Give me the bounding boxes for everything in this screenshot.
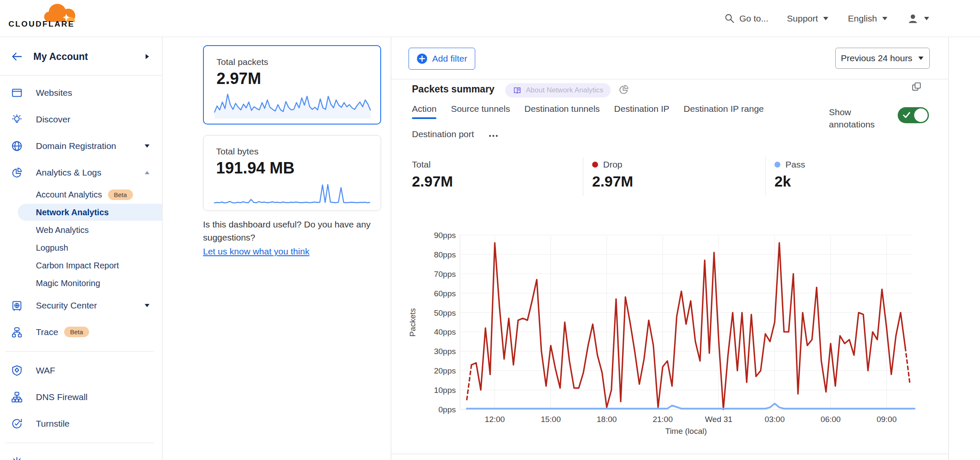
time-range-dropdown[interactable]: Previous 24 hours: [835, 48, 930, 69]
y-tick-label: 90pps: [434, 231, 456, 240]
chevron-down-icon: [923, 16, 930, 21]
legend-dot-drop: [592, 162, 598, 168]
tab-destination-ip-range[interactable]: Destination IP range: [684, 104, 764, 119]
sidebar-subitem-magic-monitoring[interactable]: Magic Monitoring: [0, 274, 162, 292]
y-axis-label: Packets: [408, 308, 417, 337]
tab-destination-ip[interactable]: Destination IP: [614, 104, 669, 119]
sidebar-subitem-label: Network Analytics: [36, 208, 109, 217]
x-tick-label: 09:00: [877, 415, 897, 424]
panel-bottom-divider: [391, 454, 948, 454]
y-tick-label: 30pps: [434, 347, 456, 356]
y-tick-label: 80pps: [434, 250, 456, 259]
top-header: CLOUDFLARE Go to... Support English: [0, 0, 980, 37]
cloudflare-logo[interactable]: CLOUDFLARE: [8, 2, 77, 35]
language-menu[interactable]: English: [848, 14, 888, 24]
shield-icon: [11, 365, 23, 376]
sidebar-item-domain-registration[interactable]: Domain Registration: [0, 133, 162, 159]
sidebar-item-dns-firewall[interactable]: DNS Firewall: [0, 384, 162, 410]
chevron-right-icon[interactable]: [145, 53, 150, 60]
sidebar-nav: WebsitesDiscoverDomain RegistrationAnaly…: [0, 79, 162, 460]
add-filter-button[interactable]: Add filter: [409, 48, 475, 70]
tab-source-tunnels[interactable]: Source tunnels: [451, 104, 510, 119]
sidebar-subitem-carbon-impact-report[interactable]: Carbon Impact Report: [0, 257, 162, 274]
breakdown-tabs: ActionSource tunnelsDestination tunnelsD…: [412, 104, 783, 144]
stat-label: Total: [412, 160, 430, 170]
sidebar-item-label: Discover: [36, 114, 70, 124]
stat-value: 2k: [774, 173, 805, 190]
sidebar-subitem-network-analytics[interactable]: Network Analytics: [0, 203, 162, 221]
sidebar-item-analytics-logs[interactable]: Analytics & Logs: [0, 159, 162, 186]
sidebar-subitem-label: Carbon Impact Report: [36, 261, 119, 271]
account-label: My Account: [33, 51, 88, 62]
sidebar-item-websites[interactable]: Websites: [0, 79, 162, 106]
y-tick-label: 70pps: [434, 270, 456, 279]
legend-dot-pass: [774, 162, 780, 168]
card-label: Total bytes: [216, 146, 381, 157]
tab-action[interactable]: Action: [412, 104, 436, 119]
show-annotations-label: Show annotations: [829, 106, 880, 130]
x-tick-label: 06:00: [820, 415, 841, 424]
sidebar-divider: [0, 75, 162, 76]
sidebar-divider: [5, 351, 154, 352]
sidebar-subitem-web-analytics[interactable]: Web Analytics: [0, 221, 162, 239]
expand-copy-icon[interactable]: [911, 81, 922, 92]
stat-value: 2.97M: [592, 173, 633, 190]
panel-title: Packets summary: [412, 84, 495, 95]
bytes-sparkline: [213, 180, 371, 206]
beta-badge: Beta: [64, 327, 89, 337]
browser-icon: [11, 87, 23, 99]
feedback-link[interactable]: Let us know what you think: [203, 245, 309, 258]
sidebar-item-discover[interactable]: Discover: [0, 106, 162, 133]
chevron-down-icon: [918, 56, 924, 61]
sidebar-subitem-logpush[interactable]: Logpush: [0, 239, 162, 257]
sidebar-item-label: WAF: [36, 365, 55, 376]
total-packets-card[interactable]: Total packets 2.97M: [203, 45, 381, 124]
back-arrow-icon[interactable]: [11, 51, 23, 62]
sidebar-item-trace[interactable]: TraceBeta: [0, 319, 162, 345]
stat-total: Total2.97M: [412, 160, 453, 190]
about-network-analytics-badge[interactable]: About Network Analytics: [505, 83, 611, 97]
goto-search[interactable]: Go to...: [724, 13, 769, 24]
total-bytes-card[interactable]: Total bytes 191.94 MB: [203, 135, 381, 211]
badge-label: About Network Analytics: [526, 86, 603, 95]
packets-time-series-chart: 0pps10pps20pps30pps40pps50pps60pps70pps8…: [391, 224, 948, 447]
card-label: Total packets: [217, 57, 380, 67]
sidebar-item-waf[interactable]: WAF: [0, 357, 162, 384]
sidebar-item-security-center[interactable]: Security Center: [0, 292, 162, 319]
sidebar-item-label: Analytics & Logs: [36, 168, 101, 178]
sidebar-item-label: Security Center: [36, 300, 97, 311]
logo-wordmark: CLOUDFLARE: [8, 19, 75, 29]
globe-icon: [11, 140, 23, 152]
sidebar-subitem-account-analytics[interactable]: Account AnalyticsBeta: [0, 186, 162, 203]
user-menu[interactable]: [907, 13, 930, 24]
plus-circle-icon: [417, 53, 428, 64]
tab-destination-port[interactable]: Destination port: [412, 129, 474, 144]
chevron-down-icon: [881, 16, 888, 21]
goto-label: Go to...: [739, 14, 769, 24]
sidebar-subitem-label: Magic Monitoring: [36, 279, 100, 288]
stat-pass: Pass2k: [774, 160, 805, 190]
y-tick-label: 20pps: [434, 366, 456, 375]
sidebar-item-label: DNS Firewall: [36, 392, 88, 402]
tab-destination-tunnels[interactable]: Destination tunnels: [524, 104, 600, 119]
y-tick-label: 60pps: [434, 289, 456, 298]
y-tick-label: 0pps: [439, 405, 456, 414]
x-tick-label: 03:00: [765, 415, 785, 424]
book-icon: [513, 86, 522, 95]
tree-icon: [11, 326, 23, 338]
language-label: English: [848, 14, 877, 24]
feedback-line1: Is this dashboard useful? Do you have an…: [203, 218, 397, 231]
show-annotations-toggle[interactable]: [898, 107, 929, 123]
time-range-label: Previous 24 hours: [841, 53, 912, 63]
header-actions: Go to... Support English: [724, 0, 930, 37]
support-menu[interactable]: Support: [787, 14, 830, 24]
pie-chart-icon[interactable]: [618, 84, 629, 95]
pie-chart-icon: [11, 167, 23, 179]
y-tick-label: 50pps: [434, 308, 456, 317]
caret-down-icon: [144, 303, 150, 308]
x-tick-label: 15:00: [541, 415, 561, 424]
sidebar-item-turnstile[interactable]: Turnstile: [0, 410, 162, 437]
x-tick-label: Wed 31: [705, 415, 732, 424]
sidebar-item-partial[interactable]: [0, 449, 162, 460]
more-tabs-icon[interactable]: [488, 129, 498, 144]
